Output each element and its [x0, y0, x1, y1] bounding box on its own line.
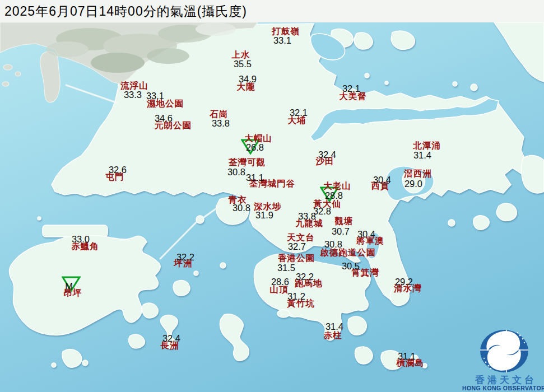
station-temp-value: 33.1: [146, 91, 164, 101]
station-temp-value: 32.4: [162, 333, 180, 344]
station-labels-layer: 打鼓嶺33.1上水35.5大隴34.9流浮山33.3濕地公園33.1元朗公園34…: [0, 0, 544, 392]
station-name-label: 觀塘: [335, 216, 354, 227]
station-temp-value: 30.7: [332, 226, 350, 237]
station-name-label: 滘西洲: [404, 168, 432, 180]
title-bar: 2025年6月07日14時00分的氣溫(攝氏度): [0, 0, 544, 22]
station-temp-value: 31.2: [287, 291, 305, 302]
station-temp-value: 30.8: [233, 203, 250, 213]
station-temp-value: 32.1: [342, 83, 360, 94]
station-temp-value: 33.0: [72, 234, 90, 245]
station-temp-value: 30.4: [357, 229, 375, 240]
station-temp-value: 32.2: [176, 252, 194, 263]
station-temp-value: 33.1: [273, 35, 291, 46]
station-temp-value: 31.4: [413, 150, 431, 161]
station-temp-value: 34.9: [239, 74, 257, 85]
station-temp-value: 32.2: [296, 272, 314, 282]
map-title: 2025年6月07日14時00分的氣溫(攝氏度): [0, 3, 247, 20]
station-temp-value: 31.1: [398, 351, 416, 362]
station-temp-value: 32.6: [109, 165, 127, 175]
station-temp-value: 32.1: [290, 108, 308, 118]
station-temp-value: 31.9: [255, 210, 273, 221]
hko-temperature-map: 2025年6月07日14時00分的氣溫(攝氏度): [0, 0, 544, 392]
station-temp-value: 32.4: [318, 150, 336, 160]
station-temp-value: 31.4: [326, 321, 343, 332]
station-temp-value: 31.1: [246, 172, 264, 183]
station-temp-value: 33.3: [124, 90, 142, 100]
station-temp-value: 33.8: [298, 211, 316, 222]
station-temp-value: 31.5: [277, 263, 295, 273]
station-temp-value: 30.8: [324, 239, 342, 250]
station-temp-value: 29.2: [395, 277, 413, 287]
hko-logo-text-en: HONG KONG OBSERVATORY: [462, 385, 544, 391]
station-temp-value: 33.8: [212, 118, 230, 129]
station-temp-value: 32.7: [288, 241, 306, 252]
station-temp-value: 35.5: [234, 59, 252, 69]
station-temp-value: 28.6: [271, 277, 289, 287]
station-temp-value: 34.6: [155, 113, 173, 124]
station-temp-value: 30.8: [227, 167, 245, 178]
station-temp-value: 29.0: [404, 179, 422, 189]
station-temp-value: M: [65, 281, 73, 292]
station-temp-value: 30.5: [342, 261, 360, 272]
station-temp-value: 30.4: [373, 175, 391, 185]
station-temp-value: 26.8: [246, 142, 264, 153]
